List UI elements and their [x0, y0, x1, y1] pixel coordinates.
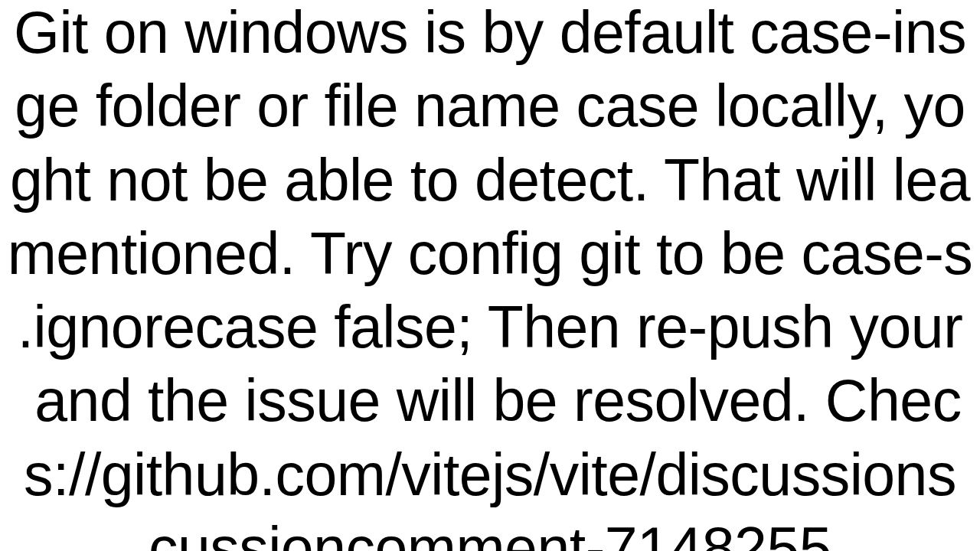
body-text: Git on windows is by default case-ins ge… — [0, 0, 980, 551]
